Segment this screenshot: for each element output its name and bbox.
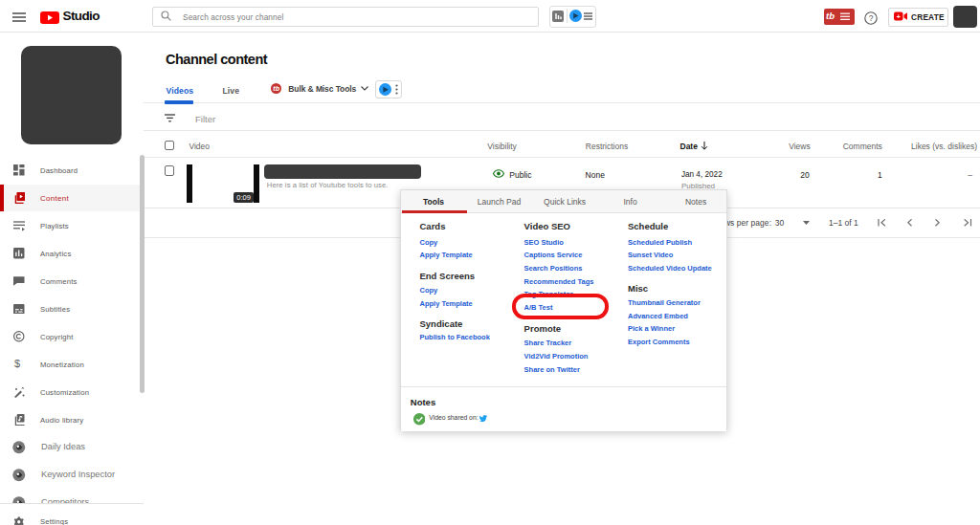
svg-text:+: + — [897, 13, 901, 20]
svg-text:?: ? — [869, 13, 874, 23]
